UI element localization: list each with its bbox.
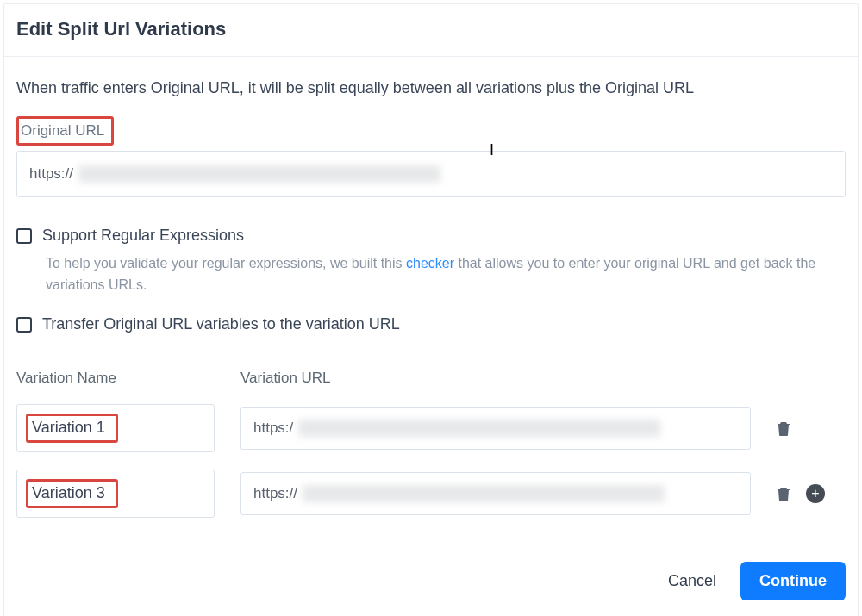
variation-name-value: Variation 3 [26, 479, 118, 508]
panel-footer: Cancel Continue [4, 544, 858, 616]
variation-row: Variation 3 https:// + [16, 470, 846, 518]
variation-row: Variation 1 https:/ [16, 404, 846, 452]
variation-url-prefix: https:/ [253, 420, 293, 437]
column-variation-name: Variation Name [16, 370, 215, 387]
redacted-url [303, 485, 665, 502]
column-variation-url: Variation URL [240, 370, 846, 387]
regex-label: Support Regular Expressions [42, 227, 244, 245]
redacted-url [78, 165, 440, 183]
regex-checkbox[interactable] [16, 228, 32, 244]
variation-url-prefix: https:// [253, 485, 297, 502]
regex-option-row: Support Regular Expressions [16, 227, 846, 245]
variation-name-input[interactable]: Variation 1 [16, 404, 215, 452]
original-url-prefix: https:// [29, 165, 73, 183]
variation-actions [777, 420, 790, 436]
variation-url-input[interactable]: https:/ [240, 407, 751, 450]
original-url-label-row: Original URL [16, 116, 846, 146]
regex-checker-link[interactable]: checker [406, 256, 454, 271]
variation-url-input[interactable]: https:// [240, 472, 751, 515]
panel-body: When traffic enters Original URL, it wil… [4, 57, 858, 544]
regex-helper-pre: To help you validate your regular expres… [46, 256, 406, 271]
transfer-option-row: Transfer Original URL variables to the v… [16, 315, 846, 333]
cancel-button[interactable]: Cancel [668, 572, 716, 590]
original-url-input[interactable]: https:// I [16, 151, 846, 197]
variation-actions: + [777, 484, 825, 503]
transfer-checkbox[interactable] [16, 317, 32, 333]
delete-icon[interactable] [777, 420, 790, 436]
add-variation-icon[interactable]: + [806, 484, 825, 503]
split-description: When traffic enters Original URL, it wil… [16, 79, 846, 97]
variations-header: Variation Name Variation URL [16, 370, 846, 387]
redacted-url [298, 420, 660, 437]
original-url-label: Original URL [16, 116, 114, 146]
panel-header: Edit Split Url Variations [4, 4, 858, 57]
delete-icon[interactable] [777, 486, 790, 501]
continue-button[interactable]: Continue [740, 562, 846, 600]
regex-helper-text: To help you validate your regular expres… [46, 253, 846, 296]
transfer-label: Transfer Original URL variables to the v… [42, 315, 400, 333]
variation-name-value: Variation 1 [26, 414, 118, 443]
edit-split-url-panel: Edit Split Url Variations When traffic e… [3, 3, 859, 616]
variation-name-input[interactable]: Variation 3 [16, 470, 215, 518]
page-title: Edit Split Url Variations [16, 18, 846, 40]
